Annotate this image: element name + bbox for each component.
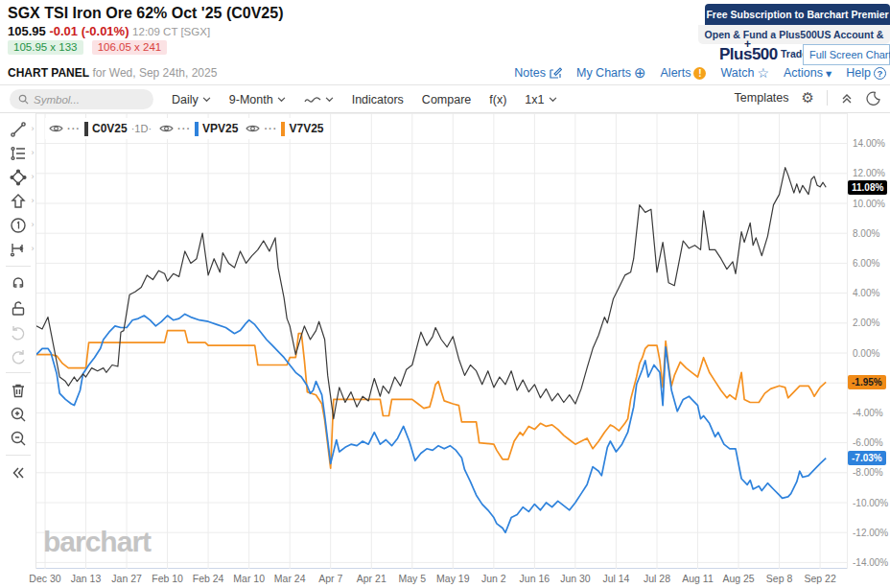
indicators-button[interactable]: Indicators — [352, 93, 404, 106]
y-axis-label: 8.00% — [853, 228, 879, 239]
x-axis-label: May 19 — [431, 573, 475, 584]
star-icon: ☆ — [757, 65, 769, 81]
page-title: SGX TSI Iron Ore 62% Oct '25 (C0V25) — [8, 5, 283, 22]
actions-label: Actions — [784, 66, 823, 80]
visibility-eye-icon[interactable] — [49, 120, 63, 137]
x-axis-label: Jun 30 — [553, 573, 597, 584]
watch-link[interactable]: Watch ☆ — [720, 65, 769, 81]
y-axis-label: 10.00% — [853, 199, 885, 209]
toolbar-right: Templates ⚙ — [735, 89, 880, 106]
series-color-bar — [84, 122, 88, 136]
visibility-eye-icon[interactable] — [246, 120, 260, 137]
rail-divider — [6, 372, 31, 373]
notes-link[interactable]: Notes — [514, 66, 562, 80]
my-charts-link[interactable]: My Charts ⊕ — [576, 64, 646, 82]
fx-label: f(x) — [489, 93, 506, 106]
price-row: 105.95 -0.01 (-0.01%) 12:09 CT [SGX] — [8, 24, 210, 38]
last-price: 105.95 — [8, 24, 46, 38]
collapse-rail-button[interactable] — [2, 460, 35, 484]
legend-item-vpv25: ···VPV25 — [159, 120, 238, 137]
gear-icon[interactable]: ⚙ — [802, 89, 814, 106]
series-menu-dots[interactable]: ··· — [177, 123, 191, 134]
price-change: -0.01 (-0.01%) — [49, 24, 129, 38]
fx-button[interactable]: f(x) — [489, 93, 506, 106]
zoom-out-button[interactable] — [2, 426, 35, 450]
grid-layout-dropdown[interactable]: 1x1 — [525, 93, 556, 106]
series-color-bar — [281, 122, 285, 136]
measure-tool-button[interactable]: › — [2, 237, 35, 261]
last-price-badge-v7v25: -1.95% — [848, 375, 886, 389]
series-color-bar — [195, 122, 199, 136]
series-line-vpv25 — [36, 314, 826, 532]
x-axis-label: Apr 7 — [309, 573, 353, 584]
y-axis-label: 0.00% — [853, 348, 879, 359]
chevron-down-icon — [549, 97, 557, 103]
header-links: Notes My Charts ⊕ Alerts ! Watch ☆ Actio… — [514, 64, 886, 82]
x-axis-label: Jun 16 — [512, 573, 556, 584]
x-axis[interactable]: Dec 30Jan 13Jan 27Feb 10Feb 24Mar 10Mar … — [0, 569, 890, 588]
frequency-dropdown[interactable]: Daily — [172, 93, 211, 106]
help-link[interactable]: Help ? — [846, 66, 886, 80]
grid-layout-label: 1x1 — [525, 93, 544, 106]
search-icon — [18, 94, 29, 105]
watch-label: Watch — [720, 66, 754, 80]
help-label: Help — [846, 66, 871, 80]
last-price-badge-vpv25: -7.03% — [848, 451, 886, 465]
annotation-number-button[interactable]: › — [2, 213, 35, 237]
series-symbol-label: VPV25 — [202, 122, 238, 135]
redo-button[interactable] — [2, 343, 35, 367]
trendline-tool-button[interactable]: › — [2, 117, 35, 141]
premier-banner-button[interactable]: Free Subscription to Barchart Premier — [705, 4, 890, 25]
shapes-tool-button[interactable]: › — [2, 165, 35, 189]
delete-drawings-button[interactable] — [2, 378, 35, 402]
series-symbol-label: V7V25 — [289, 122, 323, 135]
bid-ask-row: 105.95 x 133 106.05 x 241 — [8, 40, 173, 55]
series-menu-dots[interactable]: ··· — [264, 123, 277, 134]
dark-mode-moon-icon[interactable] — [866, 91, 880, 106]
range-label: 9-Month — [229, 93, 273, 106]
chart-plot-area[interactable]: ···C0V25·1D····VPV25···V7V25 barchart — [36, 113, 847, 569]
zoom-in-button[interactable] — [2, 402, 35, 426]
ask-chip: 106.05 x 241 — [92, 40, 168, 55]
plus500-offer-button[interactable]: Open & Fund a Plus500US Account & Trade — [698, 25, 890, 44]
x-axis-label: Sep 8 — [758, 573, 802, 584]
fibonacci-tool-button[interactable]: › — [2, 141, 35, 165]
y-axis-label: 2.00% — [853, 318, 879, 328]
x-axis-label: Jun 2 — [472, 573, 516, 584]
header: SGX TSI Iron Ore 62% Oct '25 (C0V25) 105… — [0, 0, 890, 59]
actions-link[interactable]: Actions ▾ — [784, 66, 831, 81]
symbol-placeholder: Symbol... — [34, 94, 80, 106]
visibility-eye-icon[interactable] — [159, 120, 174, 137]
symbol-input[interactable]: Symbol... — [10, 89, 153, 109]
magnet-snap-button[interactable] — [2, 271, 35, 295]
chart-page: SGX TSI Iron Ore 62% Oct '25 (C0V25) 105… — [0, 0, 890, 588]
range-dropdown[interactable]: 9-Month — [229, 93, 286, 106]
chevron-down-icon — [325, 97, 334, 103]
x-axis-label: Aug 25 — [716, 573, 761, 584]
quote-time: 12:09 CT [SGX] — [132, 26, 210, 37]
undo-button[interactable] — [2, 319, 35, 343]
x-axis-label: Feb 24 — [186, 573, 230, 584]
chart-type-dropdown[interactable] — [304, 94, 334, 106]
templates-button[interactable]: Templates — [735, 91, 789, 105]
panel-date: for Wed, Sep 24th, 2025 — [92, 66, 217, 80]
compare-label: Compare — [422, 93, 471, 106]
alerts-link[interactable]: Alerts ! — [661, 66, 707, 80]
y-axis[interactable]: 14.00%12.00%10.00%8.00%6.00%4.00%2.00%0.… — [847, 113, 890, 569]
y-axis-label: 6.00% — [853, 258, 879, 269]
collapse-toolbar-icon[interactable] — [840, 91, 854, 105]
y-axis-label: -10.00% — [853, 498, 888, 508]
lock-drawings-button[interactable] — [2, 295, 35, 319]
toolbar-divider — [827, 90, 828, 106]
arrow-annotation-button[interactable]: › — [2, 189, 35, 213]
x-axis-label: May 5 — [390, 573, 434, 584]
note-pencil-icon — [549, 66, 562, 80]
series-menu-dots[interactable]: ··· — [67, 123, 81, 134]
x-axis-label: Apr 21 — [349, 573, 393, 584]
circle-plus-icon: ⊕ — [634, 64, 646, 82]
submenu-chevron-icon: › — [32, 172, 35, 181]
compare-button[interactable]: Compare — [422, 93, 471, 106]
my-charts-label: My Charts — [576, 66, 631, 80]
alerts-label: Alerts — [661, 66, 691, 80]
submenu-chevron-icon: › — [32, 244, 35, 253]
